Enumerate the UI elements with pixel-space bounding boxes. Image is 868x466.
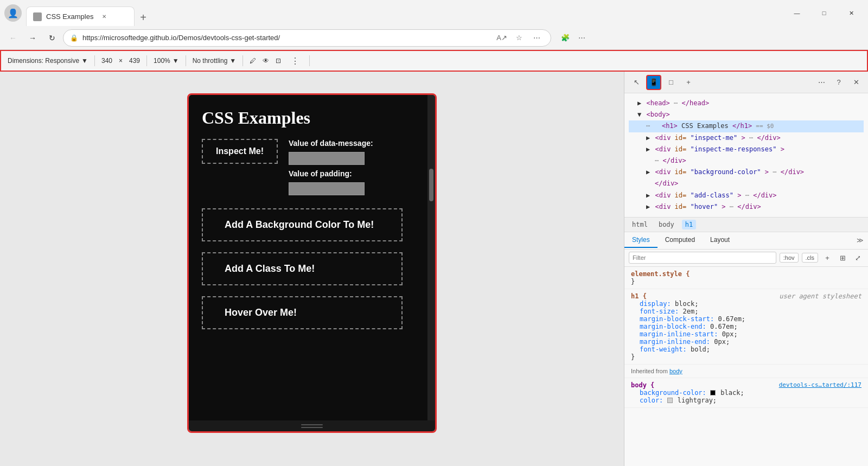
more-tools-icon[interactable]: ⋯	[529, 30, 544, 46]
breadcrumb-body[interactable]: body	[655, 220, 678, 229]
inherited-label: Inherited from body	[624, 365, 868, 378]
hov-button[interactable]: :hov	[780, 253, 799, 263]
padding-label: Value of padding:	[289, 169, 373, 178]
separator-5	[309, 55, 310, 66]
maximize-button[interactable]: □	[812, 4, 837, 22]
body-rule-source[interactable]: devtools-cs…tarted/:117	[779, 381, 861, 388]
h1-margin-inline-start-prop: margin-inline-start: 0px;	[631, 330, 861, 338]
window-controls: — □ ✕	[784, 4, 864, 22]
device-emulation-button[interactable]: 📱	[646, 75, 661, 90]
devtools-panel: ↖ 📱 □ + ⋯ ? ✕ ▶ <head> ⋯ </head> ▼	[624, 72, 868, 466]
dom-background-color-div[interactable]: ▶ <div id= "background-color" > ⋯ </div>	[629, 167, 864, 178]
dom-inspect-responses-close: ⋯ </div>	[629, 155, 864, 167]
h1-margin-block-start-prop: margin-block-start: 0.67em;	[631, 315, 861, 323]
page-area: CSS Examples Inspect Me! Value of data-m…	[0, 72, 624, 466]
width-input[interactable]: 340	[101, 57, 112, 65]
dom-inspect-responses-div[interactable]: ▶ <div id= "inspect-me-responses" >	[629, 144, 864, 155]
user-agent-comment: user agent stylesheet	[763, 292, 861, 300]
inherited-from-link[interactable]: body	[669, 368, 682, 374]
address-box[interactable]: 🔒 https://microsoftedge.github.io/Demos/…	[63, 29, 551, 47]
breadcrumb-html[interactable]: html	[629, 220, 651, 229]
h1-close-brace: }	[631, 353, 635, 361]
device-frame: CSS Examples Inspect Me! Value of data-m…	[187, 93, 437, 433]
refresh-button[interactable]: ↻	[43, 29, 61, 47]
page-main-title: CSS Examples	[202, 108, 422, 128]
inspect-element-button[interactable]: ↖	[629, 75, 644, 90]
background-color-button[interactable]: Add A Background Color To Me!	[202, 208, 403, 241]
body-bg-color-prop: background-color: black;	[631, 389, 861, 397]
profile-icon[interactable]: 👤	[4, 4, 22, 22]
capture-icon[interactable]: ⊡	[276, 57, 281, 65]
throttle-selector[interactable]: No throttling ▼	[193, 57, 237, 65]
extensions-icon[interactable]: 🧩	[558, 30, 573, 46]
filter-bar: :hov .cls + ⊞ ⤢	[624, 250, 868, 267]
tab-close-button[interactable]: ✕	[100, 12, 108, 21]
element-style-rule: element.style { }	[624, 267, 868, 289]
filter-input[interactable]	[629, 252, 776, 264]
tab-layout[interactable]: Layout	[703, 233, 737, 248]
active-tab[interactable]: CSS Examples ✕	[26, 7, 135, 26]
toggle-element-state-button[interactable]: ⤢	[852, 252, 864, 264]
dom-hover-div[interactable]: ▶ <div id= "hover" > ⋯ </div>	[629, 201, 864, 213]
tab-computed[interactable]: Computed	[658, 233, 703, 248]
bottom-line-1	[301, 424, 323, 425]
close-button[interactable]: ✕	[839, 4, 864, 22]
device-scrollbar[interactable]	[427, 95, 435, 420]
dom-inspect-me-div[interactable]: ▶ <div id= "inspect-me" > ⋯ </div>	[629, 132, 864, 144]
dom-add-class-div[interactable]: ▶ <div id= "add-class" > ⋯ </div>	[629, 190, 864, 201]
url-text: https://microsoftedge.github.io/Demos/de…	[82, 34, 490, 42]
customize-devtools-button[interactable]: ⋯	[814, 75, 829, 90]
close-devtools-button[interactable]: ✕	[848, 75, 864, 90]
device-emulation-toolbar: Dimensions: Responsive ▼ 340 × 439 100% …	[0, 50, 868, 72]
collections-icon[interactable]: ⋯	[574, 30, 589, 46]
tab-bar: CSS Examples ✕ +	[26, 0, 780, 26]
read-aloud-icon[interactable]: A↗	[494, 30, 509, 46]
browser-right-icons: 🧩 ⋯	[558, 30, 589, 46]
h1-rule-header: h1 { user agent stylesheet	[631, 292, 861, 300]
breadcrumb-bar: html body h1	[624, 217, 868, 232]
height-input[interactable]: 439	[129, 57, 140, 65]
body-color-prop: color: lightgray;	[631, 397, 861, 404]
new-style-rule-button[interactable]: ⊞	[837, 252, 848, 264]
padding-input[interactable]	[289, 182, 365, 195]
expand-panel-icon[interactable]: ≫	[852, 234, 868, 246]
inspect-me-button[interactable]: Inspect Me!	[202, 139, 278, 164]
separator-3	[186, 55, 186, 66]
h1-display-prop: display: block;	[631, 300, 861, 308]
help-button[interactable]: ?	[831, 75, 846, 90]
data-message-input[interactable]	[289, 152, 365, 165]
body-selector[interactable]: body {	[631, 381, 654, 389]
bottom-line-2	[301, 427, 323, 428]
dom-body-open[interactable]: ▼ <body>	[629, 109, 864, 120]
new-tab-button[interactable]: +	[135, 9, 152, 26]
dom-tree: ▶ <head> ⋯ </head> ▼ <body> ⋯ <h1> CSS E…	[624, 93, 868, 217]
hover-button[interactable]: Hover Over Me!	[202, 296, 403, 329]
favorites-icon[interactable]: ☆	[512, 30, 527, 46]
styles-tabs: Styles Computed Layout ≫	[624, 232, 868, 250]
dom-head-line[interactable]: ▶ <head> ⋯ </head>	[629, 98, 864, 109]
dimensions-selector[interactable]: Dimensions: Responsive ▼	[8, 57, 88, 65]
device-bottom-bar	[189, 420, 435, 431]
lock-icon: 🔒	[70, 34, 78, 42]
layout-panel-button[interactable]: □	[663, 75, 679, 90]
breadcrumb-h1[interactable]: h1	[682, 220, 696, 229]
bg-color-swatch	[710, 390, 716, 395]
element-style-selector[interactable]: element.style {	[631, 270, 690, 278]
emulation-more-button[interactable]: ⋮	[288, 53, 303, 68]
forward-button[interactable]: →	[24, 29, 41, 47]
accessibility-icon[interactable]: 👁	[263, 57, 269, 65]
add-style-rule-button[interactable]: +	[821, 252, 833, 264]
back-button[interactable]: ←	[4, 29, 22, 47]
cls-button[interactable]: .cls	[802, 253, 819, 263]
tab-styles[interactable]: Styles	[624, 233, 658, 248]
add-panel-button[interactable]: +	[681, 75, 696, 90]
add-class-button[interactable]: Add A Class To Me!	[202, 252, 403, 285]
zoom-selector[interactable]: 100% ▼	[154, 57, 179, 65]
bottom-lines	[301, 424, 323, 428]
main-area: CSS Examples Inspect Me! Value of data-m…	[0, 72, 868, 466]
minimize-button[interactable]: —	[784, 4, 809, 22]
h1-rule: h1 { user agent stylesheet display: bloc…	[624, 289, 868, 365]
eyedropper-icon[interactable]: 🖊	[250, 57, 256, 65]
dom-h1-line[interactable]: ⋯ <h1> CSS Examples </h1> == $0	[629, 120, 864, 132]
h1-selector[interactable]: h1 {	[631, 292, 647, 300]
